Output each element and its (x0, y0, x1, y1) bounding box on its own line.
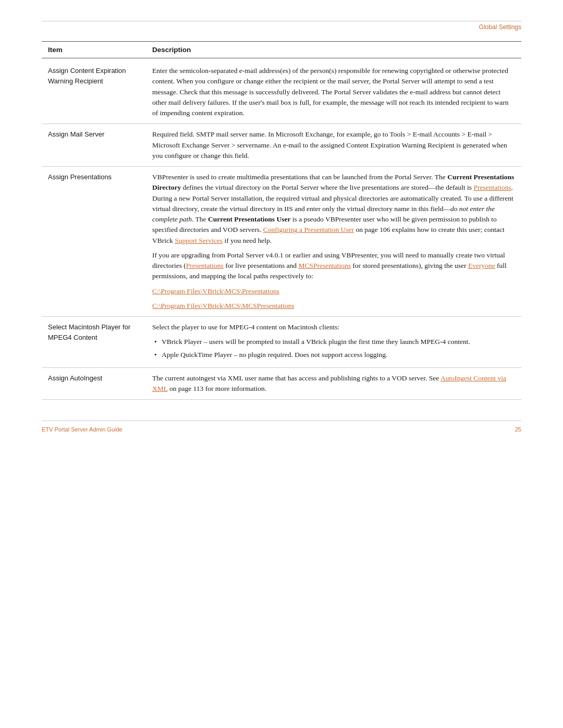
item-description: Required field. SMTP mail server name. I… (146, 124, 521, 167)
item-description: The current autoingest via XML user name… (146, 367, 521, 400)
item-label: Assign Presentations (42, 167, 146, 317)
table-header-row: Item Description (42, 42, 521, 58)
path1-link[interactable]: C:\Program Files\VBrick\MCS\Presentation… (152, 287, 279, 295)
table-row: Assign AutoIngest The current autoingest… (42, 367, 521, 400)
footer-right: 25 (515, 426, 521, 433)
support-services-link[interactable]: Support Services (175, 237, 223, 244)
list-item: Apple QuickTime Player – no plugin requi… (152, 350, 515, 360)
header-divider (42, 21, 521, 21)
item-label: Assign Mail Server (42, 124, 146, 167)
mcs-presentations-link[interactable]: MCSPresentations (298, 262, 351, 269)
footer-left: ETV Portal Server Admin Guide (42, 426, 123, 433)
content-table: Item Description Assign Content Expirati… (42, 41, 521, 400)
table-row: Assign Mail Server Required field. SMTP … (42, 124, 521, 167)
list-item: VBrick Player – users will be prompted t… (152, 337, 515, 347)
autoingest-link[interactable]: AutoIngest Content via XML (152, 374, 506, 392)
item-label: Assign AutoIngest (42, 367, 146, 400)
item-description: Enter the semicolon-separated e-mail add… (146, 58, 521, 124)
col-description-header: Description (146, 42, 521, 58)
item-description: Select the player to use for MPEG-4 cont… (146, 317, 521, 368)
page-footer: ETV Portal Server Admin Guide 25 (42, 421, 521, 433)
col-item-header: Item (42, 42, 146, 58)
presentations-link[interactable]: Presentations (473, 183, 511, 191)
table-row: Select Macintosh Player for MPEG4 Conten… (42, 317, 521, 368)
item-label: Select Macintosh Player for MPEG4 Conten… (42, 317, 146, 368)
table-row: Assign Content Expiration Warning Recipi… (42, 58, 521, 124)
everyone-link[interactable]: Everyone (468, 262, 495, 269)
section-title: Global Settings (42, 23, 521, 31)
item-description: VBPresenter is used to create multimedia… (146, 167, 521, 317)
configuring-user-link[interactable]: Configuring a Presentation User (263, 226, 354, 233)
item-label: Assign Content Expiration Warning Recipi… (42, 58, 146, 124)
path2-link[interactable]: C:\Program Files\VBrick\MCS\MCSPresentat… (152, 302, 295, 310)
bullet-list: VBrick Player – users will be prompted t… (152, 337, 515, 360)
page-container: Global Settings Item Description Assign … (0, 0, 563, 728)
table-row: Assign Presentations VBPresenter is used… (42, 167, 521, 317)
presentations2-link[interactable]: Presentations (186, 262, 224, 269)
